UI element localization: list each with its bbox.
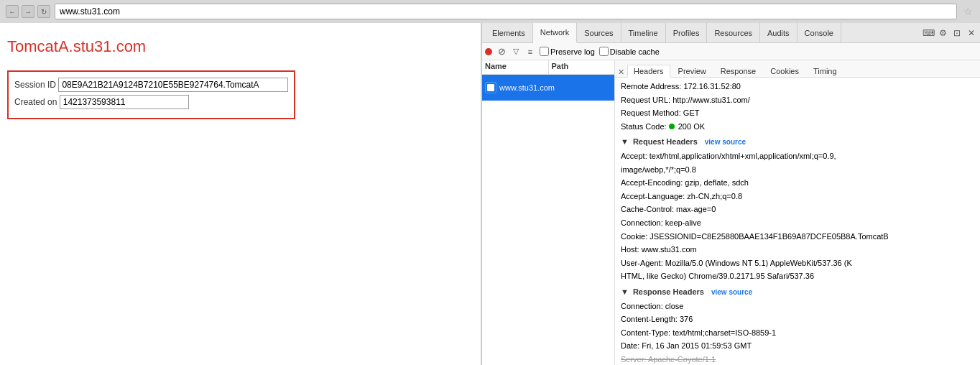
bookmark-icon[interactable]: ☆: [961, 5, 974, 18]
network-request-item[interactable]: www.stu31.com: [482, 75, 614, 101]
session-id-input[interactable]: [58, 78, 288, 92]
host-text: Host: www.stu31.com: [621, 245, 697, 254]
tab-console[interactable]: Console: [798, 23, 841, 43]
server-text: Server: Apache-Coyote/1.1: [621, 355, 716, 364]
tab-resources[interactable]: Resources: [707, 23, 760, 43]
devtools-icons: ⌨ ⚙ ⊡ ✕: [923, 27, 977, 39]
host-row: Host: www.stu31.com: [621, 244, 974, 257]
clear-icon[interactable]: ⊘: [496, 47, 507, 57]
status-dot: [669, 124, 675, 129]
tab-profiles[interactable]: Profiles: [666, 23, 708, 43]
response-headers-view-source[interactable]: view source: [711, 287, 752, 298]
settings-icon[interactable]: ⚙: [937, 27, 948, 39]
page-title: TomcatA.stu31.com: [7, 37, 473, 56]
tab-timeline[interactable]: Timeline: [621, 23, 666, 43]
content-type-row: Content-Type: text/html;charset=ISO-8859…: [621, 327, 974, 340]
accept-row: Accept: text/html,application/xhtml+xml,…: [621, 150, 974, 163]
close-devtools-icon[interactable]: ✕: [966, 27, 977, 39]
forward-button[interactable]: →: [22, 5, 34, 18]
preserve-log-text: Preserve log: [550, 47, 595, 56]
devtools-topbar: Elements Network Sources Timeline Profil…: [482, 23, 980, 43]
browser-chrome: ← → ↻ ☆: [0, 0, 980, 23]
network-body: Name Path www.stu31.com ✕ Headers Previ: [482, 60, 980, 365]
tab-audits[interactable]: Audits: [760, 23, 798, 43]
user-agent2-text: HTML, like Gecko) Chrome/39.0.2171.95 Sa…: [621, 272, 814, 280]
nav-buttons: ← → ↻: [6, 5, 50, 18]
request-headers-header: ▼ Request Headers view source: [621, 136, 974, 149]
cache-control-text: Cache-Control: max-age=0: [621, 205, 716, 213]
request-icon: [485, 82, 496, 93]
disable-cache-text: Disable cache: [610, 47, 660, 56]
details-content: Remote Address: 172.16.31.52:80 Request …: [615, 78, 980, 365]
created-row: Created on: [14, 95, 288, 109]
tab-sources[interactable]: Sources: [577, 23, 621, 43]
close-x[interactable]: ✕: [618, 68, 624, 77]
request-url-text: Request URL: http://www.stu31.com/: [621, 96, 750, 104]
accept-language-row: Accept-Language: zh-CN,zh;q=0.8: [621, 190, 974, 203]
details-tab-timing[interactable]: Timing: [807, 65, 843, 77]
user-agent2-row: HTML, like Gecko) Chrome/39.0.2171.95 Sa…: [621, 270, 974, 283]
request-method-row: Request Method: GET: [621, 107, 974, 120]
cache-control-row: Cache-Control: max-age=0: [621, 203, 974, 216]
connection-row: Connection: keep-alive: [621, 217, 974, 230]
response-headers-header: ▼ Response Headers view source: [621, 286, 974, 299]
filter-icon[interactable]: ▽: [511, 47, 521, 57]
created-input[interactable]: [60, 95, 189, 109]
content-length-row: Content-Length: 376: [621, 313, 974, 326]
accept-encoding-text: Accept-Encoding: gzip, deflate, sdch: [621, 178, 749, 187]
request-name: www.stu31.com: [499, 83, 555, 92]
back-button[interactable]: ←: [6, 5, 19, 18]
response-headers-arrow: ▼: [621, 286, 629, 299]
date-text: Date: Fri, 16 Jan 2015 01:59:53 GMT: [621, 341, 752, 350]
request-url-row: Request URL: http://www.stu31.com/: [621, 94, 974, 107]
address-bar[interactable]: [55, 4, 957, 19]
session-id-row: Session ID: [14, 78, 288, 92]
reload-button[interactable]: ↻: [37, 5, 50, 18]
details-tab-preview[interactable]: Preview: [672, 65, 713, 77]
date-row: Date: Fri, 16 Jan 2015 01:59:53 GMT: [621, 340, 974, 353]
remote-address-row: Remote Address: 172.16.31.52:80: [621, 80, 974, 93]
webpage-content: TomcatA.stu31.com Session ID Created on: [0, 23, 481, 365]
tab-network[interactable]: Network: [533, 23, 577, 43]
request-headers-view-source[interactable]: view source: [705, 137, 746, 148]
col-path: Path: [549, 60, 615, 74]
network-list-header: Name Path: [482, 60, 614, 75]
accept2-row: image/webp,*/*;q=0.8: [621, 164, 974, 177]
list-icon[interactable]: ≡: [525, 47, 535, 57]
content-length-text: Content-Length: 376: [621, 315, 693, 323]
user-agent-text: User-Agent: Mozilla/5.0 (Windows NT 5.1)…: [621, 259, 852, 267]
preserve-log-checkbox[interactable]: [540, 47, 549, 56]
conn-close-row: Connection: close: [621, 300, 974, 313]
cookie-row: Cookie: JSESSIONID=C8E25880BAAE134F1B69A…: [621, 231, 974, 244]
connection-text: Connection: keep-alive: [621, 218, 701, 227]
preserve-log-label[interactable]: Preserve log: [540, 47, 595, 56]
request-method-text: Request Method: GET: [621, 108, 699, 117]
accept-encoding-row: Accept-Encoding: gzip, deflate, sdch: [621, 177, 974, 190]
request-headers-label: Request Headers: [633, 136, 698, 149]
response-headers-label: Response Headers: [633, 286, 704, 299]
accept2-text: image/webp,*/*;q=0.8: [621, 165, 696, 174]
browser-toolbar: ← → ↻ ☆: [0, 0, 980, 23]
devtools-panel: Elements Network Sources Timeline Profil…: [481, 23, 980, 365]
record-button[interactable]: [485, 48, 492, 55]
request-headers-arrow: ▼: [621, 136, 629, 149]
disable-cache-label[interactable]: Disable cache: [599, 47, 660, 56]
devtools-tabs: Elements Network Sources Timeline Profil…: [485, 23, 841, 43]
console-drawer-icon[interactable]: ⌨: [923, 27, 934, 39]
disable-cache-checkbox[interactable]: [599, 47, 609, 56]
details-tab-headers[interactable]: Headers: [627, 65, 670, 78]
details-tab-response[interactable]: Response: [714, 65, 763, 77]
col-name: Name: [482, 60, 549, 74]
request-icon-inner: [487, 84, 494, 91]
tab-elements[interactable]: Elements: [485, 23, 533, 43]
cookie-text: Cookie: JSESSIONID=C8E25880BAAE134F1B69A…: [621, 232, 889, 241]
server-row: Server: Apache-Coyote/1.1: [621, 354, 974, 365]
details-tab-cookies[interactable]: Cookies: [764, 65, 805, 77]
network-toolbar: ⊘ ▽ ≡ Preserve log Disable cache: [482, 43, 980, 60]
remote-address-text: Remote Address: 172.16.31.52:80: [621, 82, 741, 91]
status-code-label: Status Code:: [621, 122, 667, 131]
status-code-row: Status Code: 200 OK: [621, 121, 974, 134]
dock-icon[interactable]: ⊡: [951, 27, 963, 39]
session-box: Session ID Created on: [7, 70, 295, 119]
network-list: Name Path www.stu31.com: [482, 60, 615, 365]
